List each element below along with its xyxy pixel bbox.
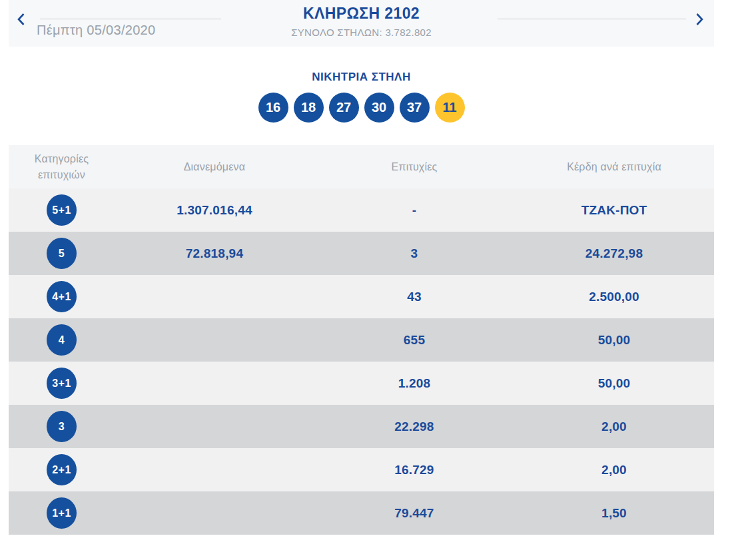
draw-title-block: ΚΛΗΡΩΣΗ 2102 ΣΥΝΟΛΟ ΣΤΗΛΩΝ: 3.782.802 <box>9 5 714 38</box>
column-header-distributed: Διανεμόμενα <box>115 159 314 174</box>
column-header-prize: Κέρδη ανά επιτυχία <box>514 159 714 174</box>
draw-title: ΚΛΗΡΩΣΗ 2102 <box>9 5 714 23</box>
prize-value: 2,00 <box>514 463 714 477</box>
column-header-winners: Επιτυχίες <box>314 159 514 174</box>
prize-tier-row: 1+1 79.447 1,50 <box>9 491 714 535</box>
draw-results-page: Πέμπτη 05/03/2020 ΚΛΗΡΩΣΗ 2102 ΣΥΝΟΛΟ ΣΤ… <box>9 0 714 535</box>
prize-table-header: Κατηγορίες επιτυχιών Διανεμόμενα Επιτυχί… <box>9 145 714 188</box>
distributed-value: 72.818,94 <box>115 246 314 261</box>
total-columns-label: ΣΥΝΟΛΟ ΣΤΗΛΩΝ: 3.782.802 <box>9 27 714 38</box>
prize-tier-row: 3 22.298 2,00 <box>9 405 714 448</box>
winning-numbers-row: 16 18 27 30 37 11 <box>9 93 714 123</box>
tier-badge: 5+1 <box>47 194 77 226</box>
header-divider-right <box>498 19 686 19</box>
next-draw-button[interactable] <box>689 9 710 30</box>
chevron-right-icon <box>695 13 704 26</box>
prize-tier-row: 4+1 43 2.500,00 <box>9 275 714 318</box>
prize-tier-row: 3+1 1.208 50,00 <box>9 362 714 405</box>
prize-value: 50,00 <box>514 376 714 391</box>
tier-badge: 4+1 <box>47 281 77 312</box>
tier-badge: 3+1 <box>47 368 77 399</box>
winners-value: 16.729 <box>314 463 514 477</box>
winners-value: 79.447 <box>314 506 514 521</box>
winners-value: 43 <box>314 290 514 304</box>
winners-value: 3 <box>314 246 514 261</box>
prize-tier-row: 5+1 1.307.016,44 - ΤΖΑΚ-ΠΟΤ <box>9 188 714 232</box>
tzoker-number-ball: 11 <box>435 93 465 123</box>
winning-column-heading: ΝΙΚΗΤΡΙΑ ΣΤΗΛΗ <box>9 71 714 84</box>
draw-header: Πέμπτη 05/03/2020 ΚΛΗΡΩΣΗ 2102 ΣΥΝΟΛΟ ΣΤ… <box>9 0 714 47</box>
winning-number-ball: 37 <box>400 93 430 123</box>
prize-tier-row: 2+1 16.729 2,00 <box>9 448 714 491</box>
tier-badge: 5 <box>47 238 77 269</box>
winning-number-ball: 16 <box>258 93 288 123</box>
winning-number-ball: 18 <box>294 93 324 123</box>
prize-tier-row: 5 72.818,94 3 24.272,98 <box>9 232 714 275</box>
winners-value: 22.298 <box>314 420 514 434</box>
prize-value: ΤΖΑΚ-ΠΟΤ <box>514 203 714 218</box>
winning-number-ball: 27 <box>329 93 359 123</box>
prize-value: 2.500,00 <box>514 290 714 304</box>
prize-value: 2,00 <box>514 420 714 434</box>
winners-value: - <box>314 203 514 218</box>
prize-tier-row: 4 655 50,00 <box>9 318 714 362</box>
tier-badge: 2+1 <box>47 454 77 485</box>
tier-badge: 3 <box>47 411 77 442</box>
prize-value: 24.272,98 <box>514 246 714 261</box>
distributed-value: 1.307.016,44 <box>115 203 314 218</box>
winning-number-ball: 30 <box>364 93 394 123</box>
prize-value: 1,50 <box>514 506 714 521</box>
column-header-category: Κατηγορίες επιτυχιών <box>9 151 115 182</box>
winners-value: 1.208 <box>314 376 514 391</box>
tier-badge: 1+1 <box>47 497 77 529</box>
prize-table: Κατηγορίες επιτυχιών Διανεμόμενα Επιτυχί… <box>9 145 714 535</box>
winners-value: 655 <box>314 333 514 348</box>
tier-badge: 4 <box>47 324 77 356</box>
prize-value: 50,00 <box>514 333 714 348</box>
